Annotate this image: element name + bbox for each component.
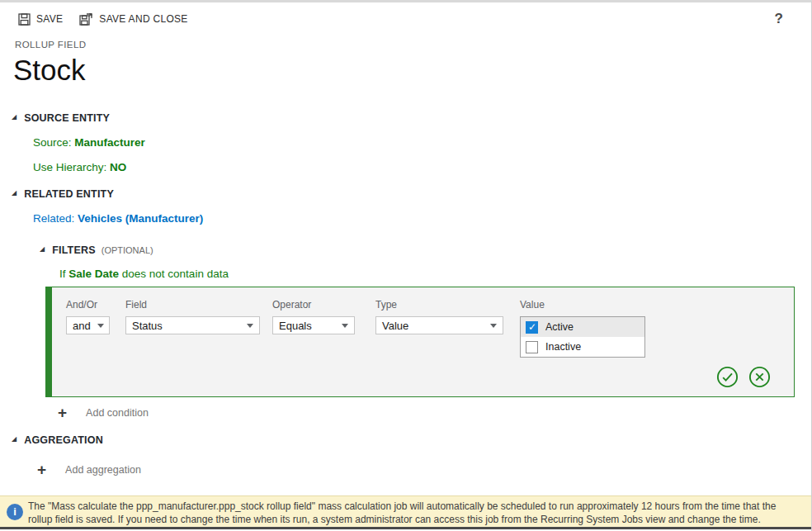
window-bottom-border bbox=[0, 527, 812, 529]
help-icon[interactable]: ? bbox=[775, 11, 783, 27]
save-button[interactable]: SAVE bbox=[18, 13, 63, 26]
summary-field: Sale Date bbox=[68, 268, 119, 280]
section-label: RELATED ENTITY bbox=[24, 188, 114, 200]
page-title: Stock bbox=[13, 54, 86, 87]
add-condition-label: Add condition bbox=[86, 407, 149, 419]
save-and-close-label: SAVE AND CLOSE bbox=[99, 13, 187, 25]
collapse-triangle-icon: ◢ bbox=[12, 436, 17, 443]
value-option-active[interactable]: Active bbox=[521, 317, 644, 337]
rollup-field-editor: SAVE SAVE AND CLOSE ? ROLLUP FIELD Stock… bbox=[0, 0, 812, 531]
section-label: AGGREGATION bbox=[24, 434, 103, 446]
chevron-down-icon bbox=[490, 324, 497, 328]
save-icon bbox=[18, 13, 31, 26]
hierarchy-value: NO bbox=[110, 161, 126, 173]
mass-calculation-notice: i The "Mass calculate the ppp_manufactur… bbox=[0, 495, 812, 528]
entity-type-label: ROLLUP FIELD bbox=[15, 40, 86, 50]
operator-dropdown[interactable]: Equals bbox=[272, 316, 355, 334]
save-and-close-button[interactable]: SAVE AND CLOSE bbox=[79, 12, 187, 26]
summary-suffix: does not contain data bbox=[119, 268, 229, 280]
add-condition-button[interactable]: + Add condition bbox=[58, 405, 149, 420]
section-source-entity[interactable]: ◢ SOURCE ENTITY bbox=[12, 112, 110, 124]
plus-icon: + bbox=[37, 462, 46, 477]
related-label: Related: bbox=[33, 212, 78, 225]
andor-dropdown[interactable]: and bbox=[66, 316, 110, 334]
collapse-triangle-icon: ◢ bbox=[40, 246, 45, 253]
section-label: SOURCE ENTITY bbox=[24, 112, 110, 124]
hierarchy-label: Use Hierarchy: bbox=[33, 161, 110, 173]
column-label-operator: Operator bbox=[272, 299, 311, 311]
checkbox-inactive[interactable] bbox=[526, 341, 538, 353]
chevron-down-icon bbox=[342, 324, 348, 328]
column-label-value: Value bbox=[520, 299, 545, 311]
andor-value: and bbox=[73, 320, 91, 332]
filter-summary[interactable]: If Sale Date does not contain data bbox=[59, 268, 229, 280]
section-aggregation[interactable]: ◢ AGGREGATION bbox=[12, 434, 103, 446]
column-label-field: Field bbox=[125, 299, 147, 311]
save-label: SAVE bbox=[36, 13, 63, 25]
chevron-down-icon bbox=[247, 324, 253, 328]
checkbox-active[interactable] bbox=[526, 321, 538, 334]
add-aggregation-button[interactable]: + Add aggregation bbox=[37, 462, 141, 477]
add-aggregation-label: Add aggregation bbox=[65, 464, 141, 476]
value-listbox: Active Inactive bbox=[520, 316, 645, 358]
condition-actions bbox=[716, 366, 771, 388]
use-hierarchy-value: Use Hierarchy: NO bbox=[33, 161, 126, 173]
column-label-type: Type bbox=[375, 299, 397, 311]
save-and-close-icon bbox=[79, 12, 93, 26]
source-entity-value: Source: Manufacturer bbox=[33, 136, 145, 149]
collapse-triangle-icon: ◢ bbox=[12, 114, 17, 121]
optional-label: (OPTIONAL) bbox=[102, 245, 153, 255]
notice-text: The "Mass calculate the ppp_manufacturer… bbox=[28, 500, 776, 525]
column-label-andor: And/Or bbox=[66, 299, 97, 311]
field-value: Status bbox=[132, 320, 163, 332]
plus-icon: + bbox=[58, 405, 67, 420]
confirm-condition-button[interactable] bbox=[716, 366, 739, 388]
type-value: Value bbox=[382, 320, 408, 332]
toolbar: SAVE SAVE AND CLOSE bbox=[18, 12, 188, 26]
collapse-triangle-icon: ◢ bbox=[12, 190, 17, 197]
section-related-entity[interactable]: ◢ RELATED ENTITY bbox=[12, 188, 114, 200]
field-dropdown[interactable]: Status bbox=[125, 316, 260, 334]
type-dropdown[interactable]: Value bbox=[375, 316, 503, 334]
operator-value: Equals bbox=[279, 320, 312, 332]
option-label: Inactive bbox=[545, 341, 581, 353]
source-value: Manufacturer bbox=[74, 136, 145, 149]
source-label: Source: bbox=[33, 136, 74, 149]
related-value: Vehicles (Manufacturer) bbox=[78, 212, 203, 225]
related-entity-link[interactable]: Related: Vehicles (Manufacturer) bbox=[33, 212, 203, 225]
condition-editor: And/Or Field Operator Type Value and Sta… bbox=[45, 287, 795, 397]
value-option-inactive[interactable]: Inactive bbox=[521, 337, 644, 357]
section-filters[interactable]: ◢ FILTERS (OPTIONAL) bbox=[40, 244, 153, 256]
section-label: FILTERS bbox=[52, 244, 96, 256]
option-label: Active bbox=[545, 321, 574, 333]
chevron-down-icon bbox=[97, 324, 104, 328]
delete-condition-button[interactable] bbox=[748, 366, 771, 388]
info-icon: i bbox=[7, 504, 23, 520]
summary-prefix: If bbox=[59, 268, 68, 280]
